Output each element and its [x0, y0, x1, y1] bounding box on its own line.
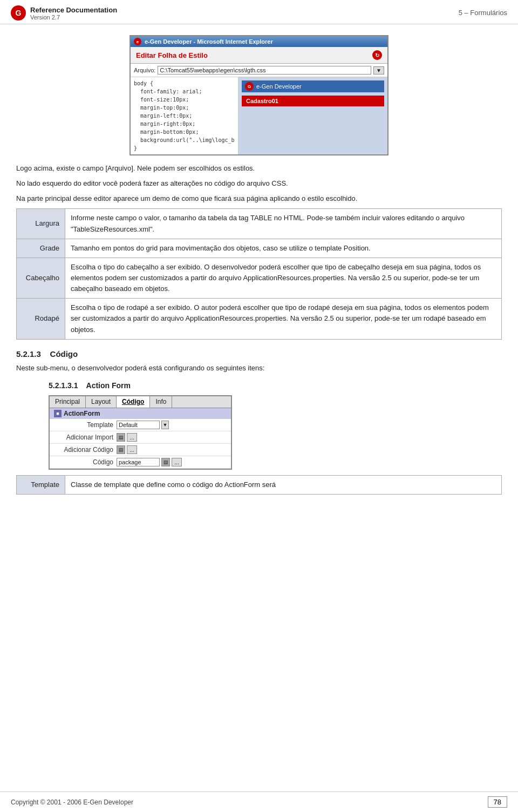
tab-principal[interactable]: Principal [50, 396, 86, 408]
subsection-heading: 5.2.1.3.1 Action Form [49, 381, 502, 390]
code-line-1: body { [134, 79, 235, 87]
code-line-2: font-family: arial; [134, 87, 235, 96]
af-select-template[interactable]: Default [117, 421, 160, 429]
label-rodape: Rodapé [17, 299, 65, 339]
para-2: No lado esquerdo do editor você poderá f… [16, 178, 502, 189]
section-heading: 5.2.1.3 Código [16, 349, 502, 358]
code-line-9: } [134, 144, 235, 152]
action-form-screenshot: Principal Layout Código Info ■ ActionFor… [49, 395, 232, 470]
code-line-7: margin-bottom:0px; [134, 128, 235, 136]
tab-codigo[interactable]: Código [117, 396, 150, 408]
tab-layout[interactable]: Layout [86, 396, 117, 408]
af-label-codigo: Código [52, 458, 117, 466]
logo-icon: G [11, 5, 26, 21]
table-row: Largura Informe neste campo o valor, o t… [17, 209, 502, 239]
table-row: Grade Tamanho em pontos do grid para mov… [17, 239, 502, 258]
code-line-3: font-size:10px; [134, 96, 235, 104]
content-grade: Tamanho em pontos do grid para movimenta… [65, 239, 502, 258]
code-line-8: background:url("..\img\logc_b [134, 136, 235, 144]
ie-icon: e [134, 38, 141, 45]
preview-header-text: e-Gen Developer [256, 83, 302, 90]
para-1: Logo acima, existe o campo [Arquivo]. Ne… [16, 163, 502, 174]
page-header: G Reference Documentation Version 2.7 5 … [0, 0, 518, 24]
table-row: Rodapé Escolha o tipo de rodapé a ser ex… [17, 299, 502, 339]
footer-page-number: 78 [488, 796, 507, 808]
code-line-4: margin-top:0px; [134, 104, 235, 112]
header-left: G Reference Documentation Version 2.7 [11, 5, 117, 21]
header-chapter: 5 – Formulários [459, 5, 507, 17]
arquivo-btn[interactable]: ▼ [373, 66, 384, 75]
af-inner: ■ ActionForm Template Default ▼ Adiciona… [50, 408, 231, 469]
refresh-icon: ↻ [372, 50, 382, 60]
preview-nav: Cadastro01 [242, 96, 384, 106]
header-title: Reference Documentation [30, 6, 117, 14]
template-table: Template Classe de template que define c… [16, 475, 502, 495]
page-footer: Copyright © 2001 - 2006 E-Gen Developer … [0, 791, 518, 812]
label-template: Template [17, 475, 65, 494]
preview-header: G e-Gen Developer [242, 80, 384, 92]
label-grade: Grade [17, 239, 65, 258]
label-largura: Largura [17, 209, 65, 239]
tab-info[interactable]: Info [150, 396, 172, 408]
af-codigo-dots-btn[interactable]: ... [127, 445, 137, 454]
header-version: Version 2.7 [30, 14, 117, 21]
af-section-icon: ■ [54, 410, 62, 417]
table-row: Cabeçalho Escolha o tipo do cabeçalho a … [17, 258, 502, 298]
section-intro: Neste sub-menu, o desenvolvedor poderá e… [16, 363, 502, 374]
af-label-import: Adicionar Import [52, 434, 117, 441]
af-input-template: Default ▼ [117, 421, 229, 429]
af-label-template: Template [52, 421, 117, 429]
af-row-import: Adicionar Import ▤ ... [50, 431, 231, 444]
arquivo-label: Arquivo: [134, 67, 155, 73]
af-codigo-input[interactable]: package [117, 458, 160, 466]
af-row-codigo: Código package ▤ ... [50, 456, 231, 469]
content-template: Classe de template que define como o cód… [65, 475, 502, 494]
titlebar: e e-Gen Developer - Microsoft Internet E… [131, 36, 387, 47]
dialog-title: Editar Folha de Estilo ↻ [131, 47, 387, 64]
af-row-adicionar-codigo: Adicionar Código ▤ ... [50, 444, 231, 456]
af-import-dots-btn[interactable]: ... [127, 433, 137, 442]
screenshot-inner: Editar Folha de Estilo ↻ Arquivo: C:\Tom… [131, 47, 387, 154]
af-section-bar: ■ ActionForm [50, 408, 231, 419]
content-largura: Informe neste campo o valor, o tamanho d… [65, 209, 502, 239]
af-codigo2-dots-btn[interactable]: ... [172, 458, 182, 466]
code-line-5: margin-left:0px; [134, 112, 235, 120]
editor-screenshot: e e-Gen Developer - Microsoft Internet E… [130, 35, 388, 155]
titlebar-text: e-Gen Developer - Microsoft Internet Exp… [145, 38, 273, 45]
main-content: e e-Gen Developer - Microsoft Internet E… [0, 24, 518, 500]
af-codigo-icon: ▤ [117, 445, 125, 454]
af-input-codigo: package ▤ ... [117, 458, 229, 466]
footer-copyright: Copyright © 2001 - 2006 E-Gen Developer [11, 799, 133, 806]
table-row: Template Classe de template que define c… [17, 475, 502, 494]
para-3: Na parte principal desse editor aparece … [16, 193, 502, 204]
label-cabecalho: Cabeçalho [17, 258, 65, 298]
af-tabs: Principal Layout Código Info [50, 396, 231, 408]
ss-body: body { font-family: arial; font-size:10p… [131, 77, 387, 154]
content-cabecalho: Escolha o tipo do cabeçalho a ser exibid… [65, 258, 502, 298]
af-row-template: Template Default ▼ [50, 419, 231, 431]
af-codigo-small-icon: ▤ [161, 458, 170, 466]
arquivo-row: Arquivo: C:\Tomcat55\webapps\egen\css\lg… [131, 64, 387, 77]
af-import-icon: ▤ [117, 433, 125, 442]
header-title-block: Reference Documentation Version 2.7 [30, 6, 117, 21]
arquivo-input: C:\Tomcat55\webapps\egen\css\lgth.css [158, 66, 371, 75]
af-label-adicionar-codigo: Adicionar Código [52, 446, 117, 454]
af-select-arrow[interactable]: ▼ [161, 421, 169, 429]
af-input-adicionar-codigo: ▤ ... [117, 445, 229, 454]
properties-table: Largura Informe neste campo o valor, o t… [16, 208, 502, 339]
af-section-label: ActionForm [64, 410, 100, 417]
content-rodape: Escolha o tipo de rodapé a ser exibido. … [65, 299, 502, 339]
preview-panel: G e-Gen Developer Cadastro01 [238, 77, 387, 154]
preview-logo-icon: G [245, 82, 254, 91]
af-input-import: ▤ ... [117, 433, 229, 442]
code-line-6: margin-right:0px; [134, 120, 235, 128]
code-panel: body { font-family: arial; font-size:10p… [131, 77, 238, 154]
